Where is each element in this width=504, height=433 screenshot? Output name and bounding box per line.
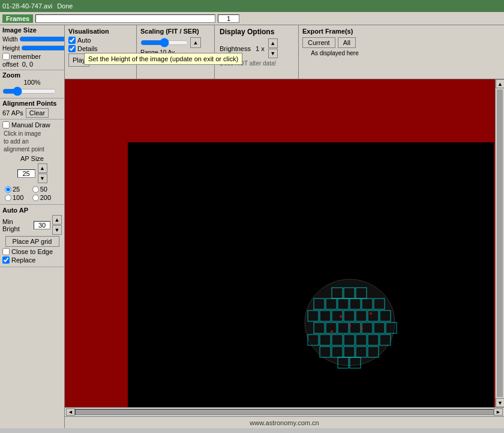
scroll-up-arrow[interactable]: ▲ — [496, 79, 504, 88]
svg-point-38 — [349, 324, 351, 327]
zoom-label: Zoom — [2, 71, 62, 79]
auto-row: Auto — [68, 37, 133, 44]
vis-title: Visualisation — [68, 28, 133, 35]
right-panels: Visualisation Auto Details Play Scaling … — [65, 25, 504, 428]
zoom-percent: 100% — [2, 79, 62, 86]
size-down-button[interactable]: ▼ — [38, 174, 47, 183]
details-checkbox[interactable] — [68, 45, 76, 52]
scroll-right-arrow[interactable]: ► — [494, 408, 503, 416]
frames-progress[interactable] — [35, 14, 215, 23]
ap-title: Alignment Points — [2, 100, 56, 107]
width-slider[interactable] — [19, 35, 65, 43]
scaling-title: Scaling (FIT / SER) — [140, 28, 211, 35]
replace-checkbox[interactable] — [2, 256, 10, 264]
replace-label: Replace — [11, 256, 35, 264]
auto-label: Auto — [77, 37, 91, 44]
offset-label: offset — [2, 61, 19, 68]
height-slider[interactable] — [21, 44, 65, 52]
radio-25[interactable] — [5, 186, 11, 193]
visualisation-panel: Visualisation Auto Details Play — [65, 25, 137, 79]
export-all-button[interactable]: All — [338, 37, 356, 48]
zoom-section: Zoom 100% — [0, 70, 64, 98]
width-label: Width — [2, 36, 18, 43]
clear-button[interactable]: Clear — [26, 108, 49, 118]
offset-row: remember — [2, 53, 62, 60]
remember-checkbox[interactable] — [2, 53, 10, 60]
display-options-panel: Display Options Brightness 1 x ▲ ▼ Does … — [215, 25, 299, 79]
h-scroll-track[interactable] — [75, 409, 494, 415]
width-row: Width 1784 — [2, 35, 62, 43]
tooltip: Set the Height of the image (update on e… — [84, 53, 242, 65]
ap-header: Alignment Points — [2, 100, 62, 107]
radio-50[interactable] — [32, 186, 39, 193]
replace-row: Replace — [2, 256, 62, 264]
ap-count: 67 APs — [2, 109, 23, 117]
min-bright-label: Min Bright — [2, 218, 32, 232]
close-to-edge-label: Close to Edge — [11, 248, 53, 255]
scroll-thumb[interactable] — [497, 89, 503, 397]
bright-disp-up-button[interactable]: ▲ — [268, 38, 278, 48]
height-label: Height — [2, 45, 20, 52]
frame-number-input[interactable]: 1 — [218, 14, 239, 23]
scroll-down-arrow[interactable]: ▼ — [496, 398, 504, 407]
radio-200-label: 200 — [40, 194, 51, 201]
frames-bar: Frames 1 — [0, 12, 504, 25]
place-ap-grid-button[interactable]: Place AP grid — [5, 236, 59, 247]
offset-display: offset 0, 0 — [2, 61, 62, 68]
vertical-scrollbar[interactable]: ▲ ▼ — [495, 79, 504, 407]
hint1: Click in image — [4, 130, 41, 137]
bottom-bar: www.astronomy.com.cn — [65, 416, 504, 428]
frames-label: Frames — [2, 14, 33, 23]
size-up-button[interactable]: ▲ — [38, 163, 47, 173]
radio-200[interactable] — [32, 195, 39, 201]
export-current-button[interactable]: Current — [302, 37, 335, 48]
min-bright-row: Min Bright 30 ▲ ▼ — [2, 215, 62, 235]
auto-checkbox[interactable] — [68, 37, 76, 44]
brightness-value: 1 x — [256, 45, 265, 52]
main-layout: Image Size Width 1784 Height 1440 rememb… — [0, 25, 504, 428]
manual-draw-row: Manual Draw — [2, 121, 62, 129]
bright-up-button[interactable]: ▲ — [52, 215, 62, 225]
radio-25-row: 25 — [5, 186, 31, 193]
ap-size-input[interactable]: 25 — [17, 169, 35, 178]
svg-point-39 — [340, 315, 342, 318]
export-title: Export Frame(s) — [302, 28, 367, 35]
tooltip-text: Set the Height of the image (update on e… — [88, 55, 238, 62]
scaling-slider[interactable] — [140, 38, 188, 47]
svg-point-42 — [370, 312, 372, 315]
min-bright-input[interactable]: 30 — [34, 221, 50, 229]
as-displayed-label: As displayed here — [302, 50, 367, 56]
radio-100[interactable] — [5, 195, 11, 201]
footer-url: www.astronomy.com.cn — [250, 419, 319, 426]
close-to-edge-checkbox[interactable] — [2, 248, 10, 255]
bright-disp-down-button[interactable]: ▼ — [268, 49, 278, 58]
radio-25-label: 25 — [13, 186, 20, 193]
details-label: Details — [77, 45, 98, 52]
manual-draw-checkbox[interactable] — [2, 121, 10, 129]
offset-value: 0, 0 — [22, 61, 33, 68]
auto-ap-section: Auto AP Min Bright 30 ▲ ▼ Place AP grid … — [0, 205, 64, 267]
radio-50-row: 50 — [32, 186, 59, 193]
scaling-panel: Scaling (FIT / SER) ▲ Range 10 Av... — [137, 25, 215, 79]
radio-100-label: 100 — [13, 194, 23, 201]
image-area[interactable]: ▲ ▼ — [65, 79, 504, 407]
zoom-slider[interactable] — [2, 87, 56, 95]
export-frames-panel: Export Frame(s) Current All As displayed… — [299, 25, 371, 79]
horizontal-scrollbar[interactable]: ◄ ► — [65, 407, 504, 416]
scroll-left-arrow[interactable]: ◄ — [66, 408, 75, 416]
height-row: Height 1440 — [2, 44, 62, 52]
manual-draw-section: Manual Draw Click in image to add an ali… — [0, 120, 64, 205]
app-title: 01-28-40-747.avi — [2, 2, 52, 10]
app-status: Done — [57, 2, 73, 10]
scaling-up-button[interactable]: ▲ — [190, 37, 201, 48]
bright-down-button[interactable]: ▼ — [52, 225, 62, 235]
alignment-points-section: Alignment Points 67 APs Clear — [0, 98, 64, 120]
hint2: to add an — [4, 138, 29, 145]
ap-size-row: 25 ▲ ▼ — [2, 163, 62, 183]
svg-point-41 — [331, 330, 333, 333]
manual-draw-hint: Click in image to add an alignment point — [2, 130, 62, 153]
radio-100-row: 100 — [5, 194, 31, 201]
top-panels-row: Visualisation Auto Details Play Scaling … — [65, 25, 504, 79]
topbar: 01-28-40-747.avi Done — [0, 0, 504, 12]
manual-draw-label: Manual Draw — [11, 121, 50, 129]
